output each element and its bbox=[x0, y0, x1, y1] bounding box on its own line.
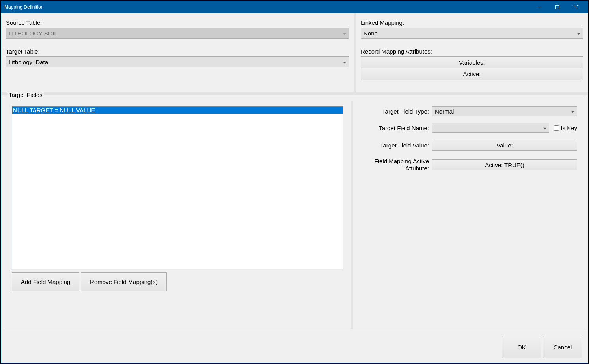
target-fields-listbox[interactable]: NULL TARGET = NULL VALUE bbox=[12, 106, 343, 269]
chevron-down-icon bbox=[577, 30, 580, 37]
target-table-value: Lithology_Data bbox=[9, 59, 48, 65]
is-key-wrapper: Is Key bbox=[552, 124, 577, 132]
active-button[interactable]: Active: bbox=[361, 68, 583, 80]
target-field-name-combo[interactable] bbox=[432, 123, 549, 133]
maximize-icon bbox=[555, 5, 559, 9]
linked-mapping-label: Linked Mapping: bbox=[361, 19, 583, 26]
maximize-button[interactable] bbox=[548, 1, 567, 13]
button-row: Add Field Mapping Remove Field Mapping(s… bbox=[12, 272, 343, 291]
lower-inner: NULL TARGET = NULL VALUE Add Field Mappi… bbox=[4, 101, 585, 329]
source-table-combo: LITHOLOGY SOIL bbox=[6, 28, 349, 39]
minimize-button[interactable] bbox=[530, 1, 548, 13]
titlebar: Mapping Definition bbox=[1, 1, 588, 13]
chevron-down-icon bbox=[343, 30, 346, 37]
field-mapping-active-label: Field Mapping Active Attribute: bbox=[361, 158, 432, 172]
lower-right-panel: Target Field Type: Normal Target Field N… bbox=[353, 101, 585, 329]
chevron-down-icon bbox=[571, 108, 574, 115]
target-fields-groupbox: Target Fields NULL TARGET = NULL VALUE A… bbox=[4, 95, 585, 329]
linked-mapping-value: None bbox=[363, 30, 378, 37]
target-table-combo[interactable]: Lithology_Data bbox=[6, 56, 349, 67]
svg-rect-1 bbox=[556, 6, 559, 9]
upper-left-panel: Source Table: LITHOLOGY SOIL Target Tabl… bbox=[1, 13, 354, 92]
close-button[interactable] bbox=[567, 1, 585, 13]
record-mapping-attributes-label: Record Mapping Attributes: bbox=[361, 48, 583, 55]
target-field-name-label: Target Field Name: bbox=[361, 125, 432, 131]
chevron-down-icon bbox=[543, 125, 546, 131]
is-key-label: Is Key bbox=[561, 125, 577, 131]
upper-right-panel: Linked Mapping: None Record Mapping Attr… bbox=[356, 13, 588, 92]
close-icon bbox=[574, 5, 578, 9]
footer: OK Cancel bbox=[1, 331, 588, 363]
is-key-checkbox[interactable] bbox=[554, 125, 559, 131]
cancel-button[interactable]: Cancel bbox=[543, 336, 582, 358]
window-title: Mapping Definition bbox=[4, 4, 530, 10]
upper-section: Source Table: LITHOLOGY SOIL Target Tabl… bbox=[1, 13, 588, 92]
source-table-value: LITHOLOGY SOIL bbox=[9, 30, 58, 37]
target-field-type-label: Target Field Type: bbox=[361, 108, 432, 115]
list-item[interactable]: NULL TARGET = NULL VALUE bbox=[12, 107, 343, 114]
mapping-definition-window: Mapping Definition Source Table: LITHOLO… bbox=[1, 1, 588, 363]
target-field-value-label: Target Field Value: bbox=[361, 142, 432, 149]
target-field-value-button[interactable]: Value: bbox=[432, 140, 577, 151]
linked-mapping-combo[interactable]: None bbox=[361, 28, 583, 39]
lower-section: Target Fields NULL TARGET = NULL VALUE A… bbox=[1, 95, 588, 331]
field-mapping-active-button[interactable]: Active: TRUE() bbox=[432, 159, 577, 170]
ok-button[interactable]: OK bbox=[502, 336, 541, 358]
target-table-label: Target Table: bbox=[6, 48, 349, 55]
remove-field-mapping-button[interactable]: Remove Field Mapping(s) bbox=[81, 272, 167, 291]
chevron-down-icon bbox=[343, 59, 346, 65]
target-fields-title: Target Fields bbox=[7, 91, 44, 98]
variables-button[interactable]: Variables: bbox=[361, 56, 583, 68]
add-field-mapping-button[interactable]: Add Field Mapping bbox=[12, 272, 79, 291]
window-controls bbox=[530, 1, 585, 13]
target-field-type-combo[interactable]: Normal bbox=[432, 106, 577, 116]
content-area: Source Table: LITHOLOGY SOIL Target Tabl… bbox=[1, 13, 588, 363]
horizontal-splitter[interactable] bbox=[1, 92, 588, 95]
source-table-label: Source Table: bbox=[6, 19, 349, 26]
minimize-icon bbox=[537, 5, 541, 9]
target-field-type-value: Normal bbox=[435, 108, 454, 115]
lower-left-panel: NULL TARGET = NULL VALUE Add Field Mappi… bbox=[4, 101, 351, 329]
